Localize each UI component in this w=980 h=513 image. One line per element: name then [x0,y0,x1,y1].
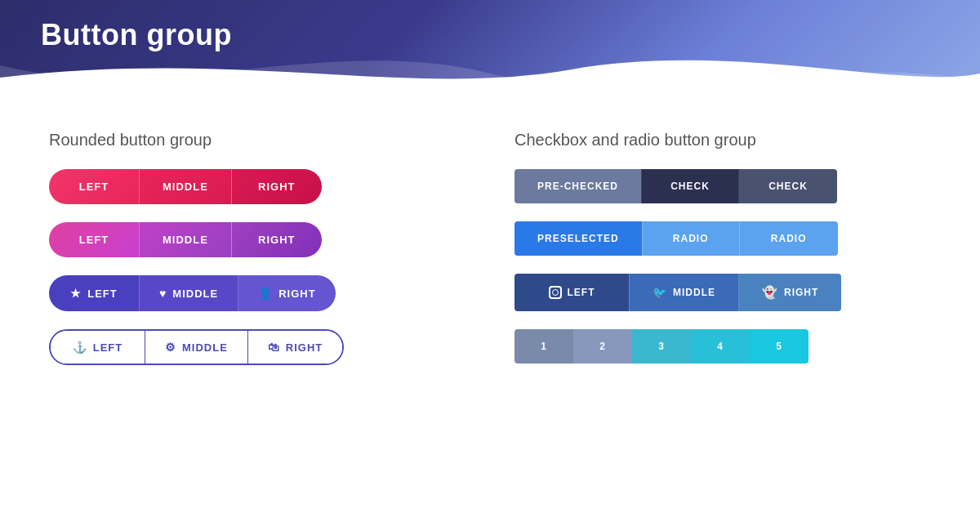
btn-group-radio1: PRESELECTED RADIO RADIO [514,221,838,256]
btn-pink-purple-middle[interactable]: MIDDLE [139,222,232,257]
btn-pink-red-middle[interactable]: MIDDLE [139,169,232,204]
btn-outlined-left[interactable]: ⚓ LEFT [51,331,145,364]
snapchat-icon: 👻 [762,285,778,300]
right-section: Checkbox and radio button group PRE-CHEC… [514,131,931,488]
btn-pink-purple-right[interactable]: RIGHT [232,222,322,257]
btn-group-row-numbers: 1 2 3 4 5 [514,329,931,364]
btn-pink-red-left[interactable]: LEFT [49,169,139,204]
instagram-icon [549,286,562,299]
btn-group-row-radio1: PRESELECTED RADIO RADIO [514,221,931,256]
header-area: Button group [0,0,980,106]
btn-num-1[interactable]: 1 [514,329,573,364]
btn-group-numbers: 1 2 3 4 5 [514,329,808,364]
btn-group-social: LEFT 🐦 MIDDLE 👻 RIGHT [514,274,841,311]
btn-check-3[interactable]: CHECK [739,169,837,203]
twitter-icon: 🐦 [653,286,667,299]
btn-group-row-social: LEFT 🐦 MIDDLE 👻 RIGHT [514,274,931,311]
btn-outlined-right[interactable]: 🛍 RIGHT [248,331,342,364]
btn-preselected[interactable]: PRESELECTED [514,221,642,256]
btn-group-row-pink-purple: LEFT MIDDLE RIGHT [49,222,466,257]
left-section: Rounded button group LEFT MIDDLE RIGHT L… [49,131,466,488]
bag-icon: 🛍 [268,341,280,354]
btn-radio-2[interactable]: RADIO [642,221,740,256]
btn-purple-right[interactable]: 👤 RIGHT [238,275,335,311]
btn-outlined-middle[interactable]: ⚙ MIDDLE [145,331,248,364]
btn-group-purple-icons: ★ LEFT ♥ MIDDLE 👤 RIGHT [49,275,336,311]
btn-group-row-pink-red: LEFT MIDDLE RIGHT [49,169,466,204]
heart-icon: ♥ [159,287,167,300]
btn-group-outlined: ⚓ LEFT ⚙ MIDDLE 🛍 RIGHT [49,329,344,365]
btn-purple-middle[interactable]: ♥ MIDDLE [139,275,238,311]
btn-num-3[interactable]: 3 [632,329,691,364]
anchor-icon: ⚓ [73,341,87,354]
btn-purple-left[interactable]: ★ LEFT [49,275,139,311]
btn-pink-purple-left[interactable]: LEFT [49,222,139,257]
btn-num-4[interactable]: 4 [691,329,750,364]
btn-group-pink-purple: LEFT MIDDLE RIGHT [49,222,322,257]
main-content: Rounded button group LEFT MIDDLE RIGHT L… [0,106,980,513]
btn-social-middle[interactable]: 🐦 MIDDLE [629,274,739,311]
btn-social-right[interactable]: 👻 RIGHT [739,274,841,311]
btn-check-2[interactable]: CHECK [641,169,739,203]
btn-pre-checked[interactable]: PRE-CHECKED [514,169,641,203]
btn-group-row-purple-icons: ★ LEFT ♥ MIDDLE 👤 RIGHT [49,275,466,311]
right-section-title: Checkbox and radio button group [514,131,931,149]
btn-group-row-check1: PRE-CHECKED CHECK CHECK [514,169,931,203]
btn-social-left[interactable]: LEFT [514,274,629,311]
btn-group-row-outlined: ⚓ LEFT ⚙ MIDDLE 🛍 RIGHT [49,329,466,365]
header-wave [0,33,980,106]
gear-icon: ⚙ [165,341,176,354]
left-section-title: Rounded button group [49,131,466,149]
btn-group-pink-red: LEFT MIDDLE RIGHT [49,169,322,204]
btn-pink-red-right[interactable]: RIGHT [232,169,322,204]
btn-num-2[interactable]: 2 [573,329,632,364]
btn-group-check1: PRE-CHECKED CHECK CHECK [514,169,837,203]
user-icon: 👤 [258,287,273,300]
btn-num-5[interactable]: 5 [750,329,808,364]
star-icon: ★ [70,287,82,300]
btn-radio-3[interactable]: RADIO [740,221,838,256]
